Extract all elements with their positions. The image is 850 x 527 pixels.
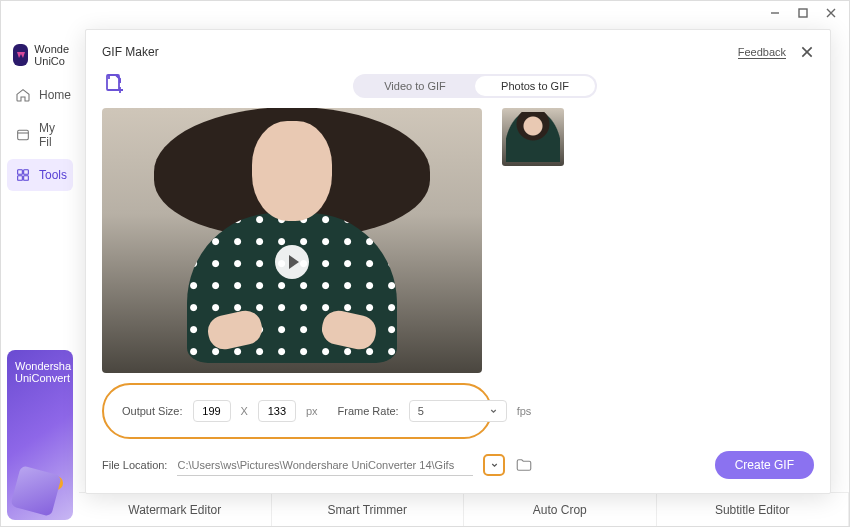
output-settings: Output Size: X px Frame Rate: 5 fps xyxy=(102,383,492,439)
width-input[interactable] xyxy=(193,400,231,422)
thumbnail-strip xyxy=(502,108,814,373)
sidebar-item-tools[interactable]: Tools xyxy=(7,159,73,191)
height-input[interactable] xyxy=(258,400,296,422)
promo-card[interactable]: WondershaUniConvert xyxy=(7,350,73,520)
promo-title: WondershaUniConvert xyxy=(15,360,65,384)
tab-video-to-gif[interactable]: Video to GIF xyxy=(355,76,475,96)
tool-auto-crop[interactable]: Auto Crop xyxy=(464,493,657,526)
output-size-label: Output Size: xyxy=(122,405,183,417)
svg-rect-5 xyxy=(24,170,29,175)
file-location-dropdown[interactable] xyxy=(483,454,505,476)
preview-area xyxy=(102,108,482,373)
tools-icon xyxy=(15,167,31,183)
dialog-title: GIF Maker xyxy=(102,45,159,59)
sidebar-item-label: Home xyxy=(39,88,71,102)
by-separator: X xyxy=(241,405,248,417)
file-location-path: C:\Users\ws\Pictures\Wondershare UniConv… xyxy=(177,454,473,476)
px-unit: px xyxy=(306,405,318,417)
sidebar-item-home[interactable]: Home xyxy=(7,79,73,111)
svg-rect-6 xyxy=(18,176,23,181)
add-file-button[interactable] xyxy=(102,72,126,96)
tab-photos-to-gif[interactable]: Photos to GIF xyxy=(475,76,595,96)
files-icon xyxy=(15,127,31,143)
brand-logo-icon xyxy=(13,44,28,66)
home-icon xyxy=(15,87,31,103)
minimize-button[interactable] xyxy=(769,7,781,19)
tool-watermark-editor[interactable]: Watermark Editor xyxy=(79,493,272,526)
chevron-down-icon xyxy=(489,407,498,416)
sidebar-item-label: My Fil xyxy=(39,121,65,149)
chevron-down-icon xyxy=(490,461,499,470)
fps-unit: fps xyxy=(517,405,532,417)
svg-rect-7 xyxy=(24,176,29,181)
sidebar-item-my-files[interactable]: My Fil xyxy=(7,113,73,157)
feedback-link[interactable]: Feedback xyxy=(738,46,786,59)
promo-cube-icon xyxy=(10,465,61,516)
frame-rate-select[interactable]: 5 xyxy=(409,400,507,422)
create-gif-button[interactable]: Create GIF xyxy=(715,451,814,479)
svg-rect-3 xyxy=(18,131,29,140)
close-dialog-button[interactable] xyxy=(800,45,814,59)
thumbnail[interactable] xyxy=(502,108,564,166)
tool-subtitle-editor[interactable]: Subtitle Editor xyxy=(657,493,850,526)
brand: WondeUniCo xyxy=(13,43,69,67)
play-button[interactable] xyxy=(275,245,309,279)
mode-tabs: Video to GIF Photos to GIF xyxy=(353,74,597,98)
svg-rect-2 xyxy=(799,9,807,17)
open-folder-button[interactable] xyxy=(515,456,533,474)
svg-rect-4 xyxy=(18,170,23,175)
frame-rate-value: 5 xyxy=(418,405,424,417)
gif-maker-dialog: GIF Maker Feedback Video to GIF Photos t… xyxy=(85,29,831,494)
file-location-label: File Location: xyxy=(102,459,167,471)
frame-rate-label: Frame Rate: xyxy=(338,405,399,417)
maximize-button[interactable] xyxy=(797,7,809,19)
brand-text: WondeUniCo xyxy=(34,43,69,67)
sidebar-item-label: Tools xyxy=(39,168,67,182)
close-window-button[interactable] xyxy=(825,7,837,19)
tool-smart-trimmer[interactable]: Smart Trimmer xyxy=(272,493,465,526)
